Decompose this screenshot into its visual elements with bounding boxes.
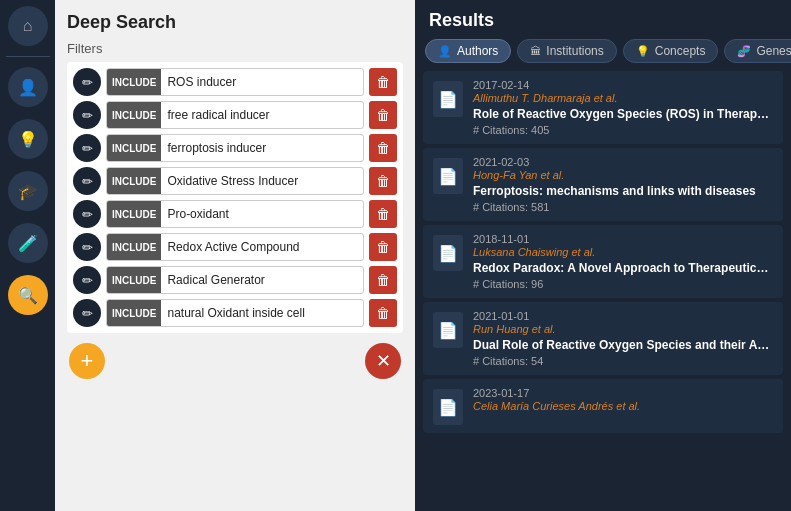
result-date-4: 2023-01-17 <box>473 387 773 399</box>
result-item-0[interactable]: 📄 2017-02-14 Allimuthu T. Dharmaraja et … <box>423 71 783 144</box>
filter-text-7: natural Oxidant inside cell <box>161 306 363 320</box>
search-icon[interactable]: 🔍 <box>8 275 48 315</box>
home-icon[interactable]: ⌂ <box>8 6 48 46</box>
filter-badge-7: INCLUDE <box>107 300 161 326</box>
genes-tab-icon: 🧬 <box>737 45 751 58</box>
results-tabs: 👤 Authors 🏛 Institutions 💡 Concepts 🧬 Ge… <box>415 31 791 71</box>
flask-icon[interactable]: 🧪 <box>8 223 48 263</box>
filter-edit-btn-6[interactable]: ✏ <box>73 266 101 294</box>
doc-icon-0: 📄 <box>433 81 463 117</box>
filter-text-5: Redox Active Compound <box>161 240 363 254</box>
results-list: 📄 2017-02-14 Allimuthu T. Dharmaraja et … <box>415 71 791 511</box>
filter-badge-6: INCLUDE <box>107 267 161 293</box>
tab-institutions[interactable]: 🏛 Institutions <box>517 39 616 63</box>
result-item-2[interactable]: 📄 2018-11-01 Luksana Chaiswing et al. Re… <box>423 225 783 298</box>
results-title: Results <box>415 0 791 31</box>
user-icon[interactable]: 👤 <box>8 67 48 107</box>
result-citations-2: # Citations: 96 <box>473 278 773 290</box>
results-panel: Results 👤 Authors 🏛 Institutions 💡 Conce… <box>415 0 791 511</box>
filter-delete-btn-3[interactable]: 🗑 <box>369 167 397 195</box>
result-citations-3: # Citations: 54 <box>473 355 773 367</box>
filter-row-3: ✏ INCLUDE Oxidative Stress Inducer 🗑 <box>73 167 397 195</box>
result-date-0: 2017-02-14 <box>473 79 773 91</box>
filter-edit-btn-5[interactable]: ✏ <box>73 233 101 261</box>
filter-text-6: Radical Generator <box>161 273 363 287</box>
panel-title: Deep Search <box>67 12 403 33</box>
filter-input-7: INCLUDE natural Oxidant inside cell <box>106 299 364 327</box>
bulb-icon[interactable]: 💡 <box>8 119 48 159</box>
filter-edit-btn-2[interactable]: ✏ <box>73 134 101 162</box>
filter-delete-btn-0[interactable]: 🗑 <box>369 68 397 96</box>
deep-search-panel: Deep Search Filters ✏ INCLUDE ROS induce… <box>55 0 415 511</box>
filter-input-1: INCLUDE free radical inducer <box>106 101 364 129</box>
graduation-icon[interactable]: 🎓 <box>8 171 48 211</box>
filter-badge-4: INCLUDE <box>107 201 161 227</box>
result-date-2: 2018-11-01 <box>473 233 773 245</box>
filter-list: ✏ INCLUDE ROS inducer 🗑 ✏ INCLUDE free r… <box>67 62 403 333</box>
doc-icon-4: 📄 <box>433 389 463 425</box>
filter-input-5: INCLUDE Redox Active Compound <box>106 233 364 261</box>
filter-text-0: ROS inducer <box>161 75 363 89</box>
filter-row-2: ✏ INCLUDE ferroptosis inducer 🗑 <box>73 134 397 162</box>
filter-delete-btn-1[interactable]: 🗑 <box>369 101 397 129</box>
filter-edit-btn-1[interactable]: ✏ <box>73 101 101 129</box>
filter-text-1: free radical inducer <box>161 108 363 122</box>
filter-badge-2: INCLUDE <box>107 135 161 161</box>
filter-input-4: INCLUDE Pro-oxidant <box>106 200 364 228</box>
result-item-3[interactable]: 📄 2021-01-01 Run Huang et al. Dual Role … <box>423 302 783 375</box>
result-content-4: 2023-01-17 Celia María Curieses Andrés e… <box>473 387 773 415</box>
filter-delete-btn-4[interactable]: 🗑 <box>369 200 397 228</box>
result-date-3: 2021-01-01 <box>473 310 773 322</box>
tab-genes-label: Genes <box>756 44 791 58</box>
tab-institutions-label: Institutions <box>546 44 603 58</box>
filters-label: Filters <box>67 41 403 56</box>
result-authors-2: Luksana Chaiswing et al. <box>473 246 773 258</box>
tab-concepts[interactable]: 💡 Concepts <box>623 39 719 63</box>
doc-icon-3: 📄 <box>433 312 463 348</box>
filter-input-0: INCLUDE ROS inducer <box>106 68 364 96</box>
panel-footer: + ✕ <box>67 343 403 379</box>
filter-edit-btn-0[interactable]: ✏ <box>73 68 101 96</box>
result-authors-1: Hong-Fa Yan et al. <box>473 169 773 181</box>
filter-text-4: Pro-oxidant <box>161 207 363 221</box>
filter-row-7: ✏ INCLUDE natural Oxidant inside cell 🗑 <box>73 299 397 327</box>
result-authors-3: Run Huang et al. <box>473 323 773 335</box>
result-title-0: Role of Reactive Oxygen Species (ROS) in… <box>473 107 773 121</box>
filter-text-2: ferroptosis inducer <box>161 141 363 155</box>
filter-delete-btn-5[interactable]: 🗑 <box>369 233 397 261</box>
filter-input-3: INCLUDE Oxidative Stress Inducer <box>106 167 364 195</box>
result-item-4[interactable]: 📄 2023-01-17 Celia María Curieses Andrés… <box>423 379 783 433</box>
concepts-tab-icon: 💡 <box>636 45 650 58</box>
result-title-1: Ferroptosis: mechanisms and links with d… <box>473 184 773 198</box>
tab-concepts-label: Concepts <box>655 44 706 58</box>
doc-icon-2: 📄 <box>433 235 463 271</box>
result-content-0: 2017-02-14 Allimuthu T. Dharmaraja et al… <box>473 79 773 136</box>
result-authors-4: Celia María Curieses Andrés et al. <box>473 400 773 412</box>
filter-badge-3: INCLUDE <box>107 168 161 194</box>
authors-tab-icon: 👤 <box>438 45 452 58</box>
filter-input-2: INCLUDE ferroptosis inducer <box>106 134 364 162</box>
filter-delete-btn-7[interactable]: 🗑 <box>369 299 397 327</box>
filter-delete-btn-2[interactable]: 🗑 <box>369 134 397 162</box>
add-filter-button[interactable]: + <box>69 343 105 379</box>
result-authors-0: Allimuthu T. Dharmaraja et al. <box>473 92 773 104</box>
result-content-3: 2021-01-01 Run Huang et al. Dual Role of… <box>473 310 773 367</box>
filter-edit-btn-7[interactable]: ✏ <box>73 299 101 327</box>
filter-edit-btn-4[interactable]: ✏ <box>73 200 101 228</box>
result-title-2: Redox Paradox: A Novel Approach to Thera… <box>473 261 773 275</box>
filter-edit-btn-3[interactable]: ✏ <box>73 167 101 195</box>
result-content-2: 2018-11-01 Luksana Chaiswing et al. Redo… <box>473 233 773 290</box>
sidebar-divider <box>6 56 50 57</box>
filter-badge-0: INCLUDE <box>107 69 161 95</box>
filter-row-4: ✏ INCLUDE Pro-oxidant 🗑 <box>73 200 397 228</box>
filter-delete-btn-6[interactable]: 🗑 <box>369 266 397 294</box>
clear-filters-button[interactable]: ✕ <box>365 343 401 379</box>
result-date-1: 2021-02-03 <box>473 156 773 168</box>
tab-authors[interactable]: 👤 Authors <box>425 39 511 63</box>
tab-genes[interactable]: 🧬 Genes <box>724 39 791 63</box>
filter-badge-1: INCLUDE <box>107 102 161 128</box>
sidebar: ⌂ 👤 💡 🎓 🧪 🔍 <box>0 0 55 511</box>
doc-icon-1: 📄 <box>433 158 463 194</box>
filter-row-1: ✏ INCLUDE free radical inducer 🗑 <box>73 101 397 129</box>
result-item-1[interactable]: 📄 2021-02-03 Hong-Fa Yan et al. Ferropto… <box>423 148 783 221</box>
